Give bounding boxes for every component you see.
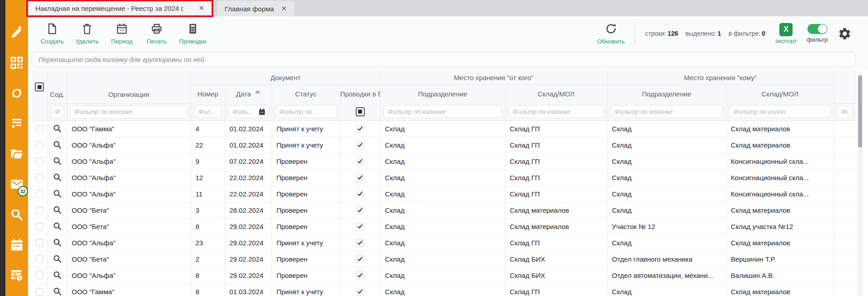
cell-dep-to: Отдел главного механика: [607, 251, 726, 267]
column-header-status[interactable]: Статус: [272, 85, 340, 103]
row-checkbox[interactable]: [36, 272, 43, 279]
create-button-label: Создать: [41, 38, 64, 45]
posted-checkbox[interactable]: [356, 190, 364, 198]
cell-org: ООО "Бета": [67, 202, 191, 218]
posted-checkbox[interactable]: [356, 239, 364, 247]
filter-input-dep-from[interactable]: [383, 105, 502, 118]
edit-icon[interactable]: [10, 26, 24, 39]
row-magnifier-icon[interactable]: [52, 189, 62, 199]
column-header-num[interactable]: Номер: [191, 85, 225, 103]
delete-button[interactable]: Удалить: [75, 23, 99, 45]
cell-date: 01.02.2024: [225, 120, 272, 137]
posted-checkbox[interactable]: [356, 288, 364, 296]
row-checkbox[interactable]: [36, 174, 43, 181]
select-all-checkbox[interactable]: [35, 82, 44, 91]
cell-dep-from: Склад: [380, 186, 505, 202]
table-row[interactable]: ООО "Гамма" 8 01.03.2024 Принят к учету …: [32, 283, 856, 296]
column-header-dep-to[interactable]: Подразделение: [607, 85, 726, 103]
row-magnifier-icon[interactable]: [52, 205, 62, 215]
table-row[interactable]: ООО "Гамма" 4 01.02.2024 Принят к учету …: [32, 120, 856, 137]
tab-registry-close-icon[interactable]: ✕: [198, 4, 204, 12]
row-magnifier-icon[interactable]: [52, 270, 62, 280]
posted-checkbox[interactable]: [356, 272, 364, 279]
export-button[interactable]: X экспорт: [775, 23, 797, 44]
row-magnifier-icon[interactable]: [52, 221, 62, 231]
table-row[interactable]: ООО "Альфа" 8 29.02.2024 Проверен Склад …: [32, 267, 856, 283]
filter-input-date[interactable]: [228, 105, 269, 118]
column-header-date[interactable]: Дата: [225, 85, 272, 103]
sync-icon[interactable]: [10, 86, 24, 100]
column-header-wh-to[interactable]: Склад/МОЛ: [726, 85, 834, 103]
print-button[interactable]: Печать: [144, 23, 169, 45]
table-row[interactable]: ООО "Бета" 8 29.02.2024 Проверен Склад С…: [32, 218, 856, 234]
table-row[interactable]: ООО "Альфа" 22 01.02.2024 Принят к учету…: [32, 137, 856, 153]
list-export-icon[interactable]: [10, 117, 24, 130]
filter-input-num[interactable]: [194, 105, 222, 118]
table-row[interactable]: ООО "Альфа" 11 22.02.2024 Проверен Склад…: [32, 186, 856, 202]
filter-input-extra[interactable]: [837, 105, 854, 119]
row-magnifier-icon[interactable]: [52, 140, 62, 150]
mail-icon[interactable]: 32: [10, 177, 24, 191]
row-checkbox[interactable]: [36, 190, 43, 198]
new-document-icon: [46, 23, 58, 37]
row-magnifier-icon[interactable]: [52, 286, 62, 296]
row-magnifier-icon[interactable]: [52, 172, 62, 182]
row-magnifier-icon[interactable]: [52, 254, 62, 264]
toggle-switch[interactable]: [807, 24, 827, 34]
gear-icon[interactable]: [838, 27, 852, 41]
row-checkbox[interactable]: [36, 125, 43, 133]
report-clock-icon[interactable]: [10, 268, 24, 282]
period-button[interactable]: Период: [109, 23, 134, 45]
filter-input-sod[interactable]: [51, 105, 64, 119]
column-header-posted[interactable]: Проводки в балансе: [340, 85, 380, 103]
group-drop-zone[interactable]: Перетащите сюда колонку для группировки …: [32, 52, 855, 67]
filter-input-wh-from[interactable]: [508, 105, 604, 118]
filter-input-org[interactable]: [70, 105, 188, 119]
table-row[interactable]: ООО "Бета" 2 29.02.2024 Проверен Склад С…: [32, 251, 856, 267]
column-header-org[interactable]: Организация: [67, 71, 191, 103]
posted-checkbox[interactable]: [356, 158, 364, 165]
row-magnifier-icon[interactable]: [52, 156, 62, 166]
posted-checkbox[interactable]: [356, 125, 364, 133]
posted-checkbox[interactable]: [356, 206, 364, 214]
table-row[interactable]: ООО "Бета" 3 28.02.2024 Проверен Склад С…: [32, 202, 856, 218]
filter-input-dep-to[interactable]: [610, 105, 723, 118]
search-icon[interactable]: [10, 208, 24, 221]
row-checkbox[interactable]: [36, 255, 43, 263]
tab-main-form[interactable]: Главная форма ✕: [217, 1, 294, 16]
create-button[interactable]: Создать: [40, 23, 65, 45]
column-header-wh-from[interactable]: Склад/МОЛ: [505, 85, 607, 103]
refresh-button[interactable]: Обновить: [597, 23, 625, 45]
calendar-icon[interactable]: [10, 238, 24, 252]
posted-checkbox[interactable]: [356, 223, 364, 230]
filter-posted-checkbox[interactable]: [356, 107, 365, 116]
row-checkbox[interactable]: [36, 288, 43, 296]
posted-checkbox[interactable]: [356, 255, 364, 263]
row-checkbox[interactable]: [36, 206, 43, 214]
filter-input-status[interactable]: [275, 105, 337, 118]
row-checkbox[interactable]: [36, 141, 43, 149]
qr-code-icon[interactable]: [10, 56, 24, 70]
filter-input-wh-to[interactable]: [729, 105, 831, 118]
table-row[interactable]: ООО "Альфа" 9 07.02.2024 Проверен Склад …: [32, 153, 856, 169]
scrollbar-thumb[interactable]: [858, 75, 862, 148]
group-header-storage-to: Место хранения "кому": [607, 71, 834, 85]
tab-main-form-close-icon[interactable]: ✕: [281, 5, 287, 13]
column-header-dep-from[interactable]: Подразделение: [380, 85, 505, 103]
table-row[interactable]: ООО "Альфа" 12 22.02.2024 Проверен Склад…: [32, 169, 856, 186]
posted-checkbox[interactable]: [356, 174, 364, 181]
column-header-sod[interactable]: Сод.: [47, 71, 67, 103]
cell-org: ООО "Альфа": [67, 137, 191, 153]
folder-icon[interactable]: [10, 147, 24, 161]
row-checkbox[interactable]: [36, 158, 43, 165]
row-magnifier-icon[interactable]: [52, 124, 62, 134]
row-checkbox[interactable]: [36, 223, 43, 230]
filter-toggle[interactable]: фильтр: [807, 24, 828, 43]
posted-checkbox[interactable]: [356, 141, 364, 149]
row-checkbox[interactable]: [36, 239, 43, 247]
table-row[interactable]: ООО "Альфа" 23 29.02.2024 Принят к учету…: [32, 234, 856, 251]
postings-button[interactable]: Проводки: [179, 23, 206, 45]
tab-registry[interactable]: Накладная на перемещение - Реестр за 202…: [28, 0, 212, 16]
row-magnifier-icon[interactable]: [52, 238, 62, 248]
vertical-scrollbar[interactable]: [858, 72, 863, 296]
